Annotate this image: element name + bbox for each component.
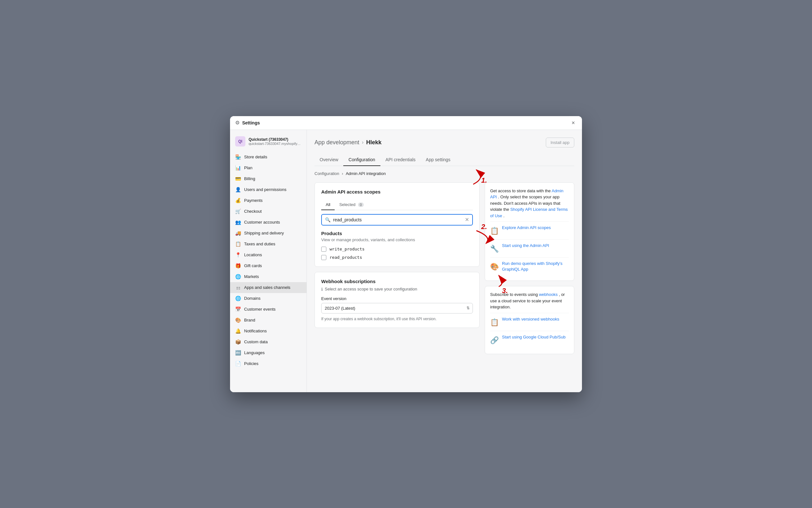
start-using-icon: 🔧	[490, 244, 499, 254]
sidebar-item-shipping-delivery[interactable]: 🚚 Shipping and delivery	[230, 228, 306, 239]
side-card-api-text: Get access to store data with the Admin …	[490, 188, 569, 219]
sidebar-item-label: Domains	[244, 296, 260, 301]
titlebar-left: ⚙ Settings	[235, 120, 260, 126]
google-cloud-link[interactable]: 🔗 Start using Google Cloud Pub/Sub	[490, 331, 569, 349]
breadcrumb-parent[interactable]: App development	[314, 139, 359, 146]
gift-cards-icon: 🎁	[235, 263, 241, 269]
google-cloud-text[interactable]: Start using Google Cloud Pub/Sub	[502, 334, 566, 340]
sidebar-item-custom-data[interactable]: 📦 Custom data	[230, 337, 306, 347]
policies-icon: 📄	[235, 361, 241, 367]
domains-icon: 🌐	[235, 296, 241, 301]
sidebar-item-policies[interactable]: 📄 Policies	[230, 358, 306, 369]
read-products-checkbox[interactable]	[321, 255, 326, 260]
sidebar-item-label: Locations	[244, 252, 262, 257]
shipping-icon: 🚚	[235, 230, 241, 236]
sub-breadcrumb-parent[interactable]: Configuration	[314, 171, 339, 176]
sidebar-item-label: Notifications	[244, 329, 267, 333]
sub-breadcrumb-sep: ›	[342, 171, 343, 176]
sidebar-item-label: Brand	[244, 318, 255, 323]
brand-icon: 🎨	[235, 318, 241, 323]
sidebar-item-locations[interactable]: 📍 Locations	[230, 250, 306, 260]
sidebar-item-label: Policies	[244, 361, 258, 366]
sidebar-item-brand[interactable]: 🎨 Brand	[230, 315, 306, 326]
store-name: Quickstart (73633047)	[249, 137, 301, 142]
versioned-webhooks-icon: 📋	[490, 317, 499, 328]
sidebar-item-label: Checkout	[244, 209, 262, 214]
sidebar-item-gift-cards[interactable]: 🎁 Gift cards	[230, 260, 306, 271]
event-version-hint: If your app creates a webhook subscripti…	[321, 317, 473, 321]
settings-icon: ⚙	[235, 120, 240, 126]
sidebar-item-label: Payments	[244, 198, 263, 203]
store-info: Quickstart (73633047) quickstart-7363304…	[249, 137, 301, 145]
run-demo-text[interactable]: Run demo queries with Shopify's GraphiQL…	[502, 261, 569, 272]
side-card-webhook-text: Subscribe to events using webhooks , or …	[490, 291, 569, 310]
custom-data-icon: 📦	[235, 339, 241, 345]
plan-icon: 📊	[235, 165, 241, 171]
scope-tab-all[interactable]: All	[321, 200, 335, 210]
apps-icon: ⚏	[235, 285, 241, 291]
store-header: Ql Quickstart (73633047) quickstart-7363…	[230, 134, 306, 152]
main-layout: Ql Quickstart (73633047) quickstart-7363…	[230, 130, 582, 392]
sidebar-item-taxes-duties[interactable]: 📋 Taxes and duties	[230, 239, 306, 250]
sidebar-item-domains[interactable]: 🌐 Domains	[230, 293, 306, 304]
sidebar-item-markets[interactable]: 🌐 Markets	[230, 271, 306, 282]
search-clear-button[interactable]: ✕	[465, 217, 469, 222]
sidebar-item-label: Customer accounts	[244, 220, 280, 224]
sidebar-item-payments[interactable]: 💰 Payments	[230, 195, 306, 206]
sidebar-item-label: Plan	[244, 165, 252, 170]
tab-api-credentials[interactable]: API credentials	[380, 154, 421, 166]
store-url: quickstart-73633047.myshopify.com	[249, 142, 301, 145]
side-column: Get access to store data with the Admin …	[485, 182, 574, 359]
breadcrumb-separator: ›	[362, 139, 364, 145]
sidebar-item-customer-events[interactable]: 📅 Customer events	[230, 304, 306, 315]
write-products-checkbox[interactable]	[321, 247, 326, 252]
tab-configuration[interactable]: Configuration	[343, 154, 380, 166]
selected-count-badge: 0	[358, 203, 364, 207]
sidebar-item-apps-sales-channels[interactable]: ⚏ Apps and sales channels	[230, 282, 306, 293]
sidebar-item-notifications[interactable]: 🔔 Notifications	[230, 326, 306, 337]
event-version-label: Event version	[321, 296, 473, 301]
sidebar-item-label: Shipping and delivery	[244, 230, 284, 236]
sidebar-item-checkout[interactable]: 🛒 Checkout	[230, 206, 306, 217]
tab-overview[interactable]: Overview	[314, 154, 343, 166]
webhook-title: Webhook subscriptions	[321, 279, 473, 284]
sidebar-item-label: Custom data	[244, 339, 268, 344]
install-app-button[interactable]: Install app	[546, 137, 574, 147]
run-demo-link[interactable]: 🎨 Run demo queries with Shopify's Graphi…	[490, 257, 569, 276]
locations-icon: 📍	[235, 252, 241, 258]
sidebar-item-plan[interactable]: 📊 Plan	[230, 163, 306, 173]
scope-option-read-products[interactable]: read_products	[321, 255, 473, 260]
billing-icon: 💳	[235, 176, 241, 182]
close-button[interactable]: ×	[569, 119, 577, 126]
markets-icon: 🌐	[235, 274, 241, 280]
event-version-select[interactable]: 2023-07 (Latest)	[321, 303, 473, 313]
search-icon: 🔍	[325, 217, 331, 222]
scope-tab-selected[interactable]: Selected 0	[335, 200, 368, 210]
scope-option-write-products[interactable]: write_products	[321, 247, 473, 252]
explore-api-scopes-link[interactable]: 📋 Explore Admin API scopes	[490, 221, 569, 239]
webhooks-link[interactable]: webhooks	[539, 292, 558, 297]
sidebar-item-users-permissions[interactable]: 👤 Users and permissions	[230, 184, 306, 195]
sub-breadcrumb: Configuration › Admin API integration	[314, 171, 574, 176]
sidebar-item-languages[interactable]: 🔤 Languages	[230, 347, 306, 358]
run-demo-icon: 🎨	[490, 261, 499, 272]
sidebar: Ql Quickstart (73633047) quickstart-7363…	[230, 130, 307, 392]
start-using-api-text[interactable]: Start using the Admin API	[502, 243, 549, 249]
sidebar-item-label: Users and permissions	[244, 187, 286, 192]
main-tabs: Overview Configuration API credentials A…	[314, 154, 574, 166]
sidebar-item-label: Markets	[244, 274, 259, 279]
sidebar-item-customer-accounts[interactable]: 👥 Customer accounts	[230, 217, 306, 228]
start-using-api-link[interactable]: 🔧 Start using the Admin API	[490, 239, 569, 257]
tab-app-settings[interactable]: App settings	[421, 154, 456, 166]
explore-api-scopes-text[interactable]: Explore Admin API scopes	[502, 225, 551, 230]
sidebar-item-billing[interactable]: 💳 Billing	[230, 173, 306, 184]
scope-options: write_products read_products	[321, 247, 473, 260]
read-products-label: read_products	[330, 255, 362, 260]
sidebar-item-label: Languages	[244, 350, 265, 355]
versioned-webhooks-text[interactable]: Work with versioned webhooks	[502, 316, 559, 322]
sidebar-item-store-details[interactable]: 🏪 Store details	[230, 152, 306, 163]
search-input[interactable]	[333, 217, 462, 222]
versioned-webhooks-link[interactable]: 📋 Work with versioned webhooks	[490, 313, 569, 331]
search-box: 🔍 ✕	[321, 214, 473, 225]
api-scopes-title: Admin API access scopes	[321, 189, 473, 195]
